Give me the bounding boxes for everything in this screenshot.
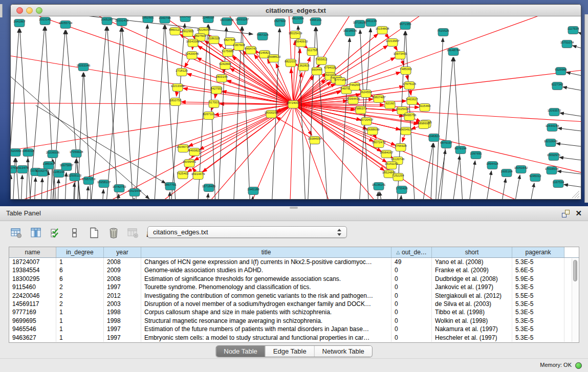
graph-node[interactable]: 3913474	[16, 166, 29, 173]
graph-node[interactable]: 20053346	[77, 63, 91, 71]
table-cell[interactable]: 0	[391, 266, 432, 274]
table-cell[interactable]: Nakamura et al. (1997)	[432, 325, 512, 333]
graph-node[interactable]: 917003	[209, 100, 220, 108]
graph-node[interactable]: 2013145	[39, 17, 51, 25]
graph-node[interactable]: 10973493	[394, 52, 407, 59]
graph-node[interactable]: 8912955	[182, 29, 194, 37]
graph-node[interactable]: 9227342	[551, 82, 563, 90]
table-cell[interactable]: 5.3E-5	[512, 317, 564, 325]
table-cell[interactable]: 2008	[104, 258, 141, 266]
graph-node[interactable]: 1733426	[396, 186, 408, 194]
graph-node[interactable]: 1952601	[142, 16, 154, 23]
close-panel-icon[interactable]: ✕	[575, 208, 582, 218]
table-row[interactable]: 1456911722003Disruption of a novel membe…	[9, 300, 579, 308]
table-cell[interactable]: 5.3E-5	[512, 334, 564, 342]
graph-node[interactable]: 22420046	[185, 52, 199, 59]
graph-node[interactable]: 18495756	[403, 113, 417, 121]
graph-node[interactable]: 9175685	[222, 49, 234, 57]
graph-node[interactable]: 8679194	[454, 146, 467, 154]
graph-node[interactable]: 6466161	[310, 18, 322, 26]
zoom-traffic-light[interactable]	[36, 7, 42, 14]
graph-node[interactable]: 18300295	[265, 111, 278, 118]
graph-node[interactable]: 9115460	[419, 104, 431, 112]
scrollbar-thumb[interactable]	[573, 260, 577, 281]
table-cell[interactable]: Franke et al. (2009)	[432, 266, 512, 274]
table-cell[interactable]: de Silva et al. (2003)	[432, 300, 512, 308]
graph-node[interactable]: 2043748	[159, 16, 171, 24]
table-cell[interactable]: Changes of HCN gene expression and I(f) …	[141, 258, 391, 266]
memory-status-icon[interactable]	[575, 362, 582, 369]
table-cell[interactable]: 1997	[104, 325, 141, 333]
graph-node[interactable]: 9242848	[219, 62, 231, 70]
graph-node[interactable]: 7625402	[177, 171, 189, 179]
column-header-in_degree[interactable]: in_degree	[56, 247, 104, 257]
table-cell[interactable]: Disruption of a novel member of a sodium…	[141, 300, 391, 308]
table-cell[interactable]: Estimation of significance thresholds fo…	[141, 275, 391, 283]
table-cell[interactable]: 0	[391, 334, 432, 342]
tab-edge-table[interactable]: Edge Table	[265, 346, 314, 357]
column-header-pagerank[interactable]: pagerank	[512, 247, 564, 257]
graph-node[interactable]: 18072479	[372, 140, 386, 148]
table-cell[interactable]: 5.3E-5	[512, 283, 564, 291]
table-cell[interactable]: 2008	[104, 275, 141, 283]
table-cell[interactable]: Hescheler et al. (1997)	[432, 334, 512, 342]
graph-node[interactable]: 9898695	[418, 121, 430, 129]
tab-network-table[interactable]: Network Table	[314, 346, 372, 357]
graph-node[interactable]: 15718485	[202, 184, 216, 192]
graph-node[interactable]: 12213967	[386, 39, 400, 47]
graph-node[interactable]: 16210643	[544, 139, 558, 147]
graph-node[interactable]: 7515526	[437, 29, 449, 36]
graph-node[interactable]: 8427552	[210, 86, 223, 94]
column-header-short[interactable]: short	[432, 247, 512, 257]
graph-node[interactable]: 1810755	[169, 98, 182, 106]
graph-node[interactable]: 17957253	[82, 177, 96, 185]
graph-node[interactable]: 15640910	[294, 39, 308, 47]
graph-node[interactable]: 7986372	[355, 106, 367, 114]
table-cell[interactable]: 2009	[104, 266, 141, 274]
table-cell[interactable]: Corpus callosum shape and size in male p…	[141, 308, 391, 316]
graph-node[interactable]: 1954018	[22, 149, 34, 157]
graph-node[interactable]: 9245012	[529, 174, 541, 182]
graph-node[interactable]: 9756928	[395, 144, 407, 151]
table-vertical-scrollbar[interactable]	[572, 258, 578, 342]
graph-node[interactable]: 1362815	[297, 63, 310, 71]
graph-node[interactable]: 2718120	[176, 69, 188, 76]
table-cell[interactable]: 5.5E-5	[512, 292, 564, 300]
graph-node[interactable]: 1641867	[13, 19, 26, 27]
graph-node[interactable]: 911758	[307, 48, 317, 56]
table-cell[interactable]: 5.9E-5	[512, 275, 564, 283]
graph-node[interactable]: 16051642	[514, 166, 528, 173]
graph-node[interactable]: 6794028	[324, 65, 336, 73]
graph-node[interactable]: 1945188	[247, 187, 259, 195]
graph-node[interactable]: 990448	[312, 68, 322, 75]
table-row[interactable]: 911546021997Tourette syndrome. Phenomeno…	[9, 283, 579, 291]
graph-node[interactable]: 16782753	[113, 185, 126, 192]
graph-node[interactable]: 9671355	[399, 22, 411, 30]
graph-node[interactable]: 14055724	[59, 21, 73, 29]
graph-node[interactable]: 2803144	[215, 75, 228, 82]
table-cell[interactable]: 18300295	[9, 275, 56, 283]
table-cell[interactable]: 5.3E-5	[512, 300, 564, 308]
table-cell[interactable]: 9777169	[9, 308, 56, 316]
network-canvas[interactable]: 1641867201314514055724100528720391406195…	[11, 16, 581, 199]
graph-node[interactable]: 15720407	[360, 118, 374, 125]
graph-node[interactable]: 8813054	[292, 16, 304, 24]
graph-node[interactable]: 16958107	[97, 180, 111, 188]
graph-node[interactable]: 9857791	[164, 183, 177, 190]
table-cell[interactable]: 22420046	[9, 292, 56, 300]
table-cell[interactable]: Tourette syndrome. Phenomenology and cla…	[141, 283, 391, 291]
minimize-traffic-light[interactable]	[26, 7, 33, 14]
table-cell[interactable]: 0	[391, 308, 432, 316]
graph-node[interactable]: 16543382	[186, 39, 200, 47]
graph-node[interactable]: 16648784	[447, 48, 461, 56]
graph-node[interactable]: 8186328	[208, 36, 220, 44]
table-cell[interactable]: 9699695	[9, 317, 56, 325]
graph-node[interactable]: 6879197	[440, 141, 452, 148]
table-cell[interactable]: 6	[56, 275, 104, 283]
graph-node[interactable]: 20391406	[115, 18, 129, 26]
graph-node[interactable]: 16151152	[385, 162, 399, 169]
table-cell[interactable]: 5.6E-5	[512, 266, 564, 274]
table-row[interactable]: 946554611997Estimation of the future num…	[9, 325, 579, 333]
graph-node[interactable]: 17016534	[545, 167, 559, 174]
table-cell[interactable]: Wolkin et al. (1998)	[432, 317, 512, 325]
